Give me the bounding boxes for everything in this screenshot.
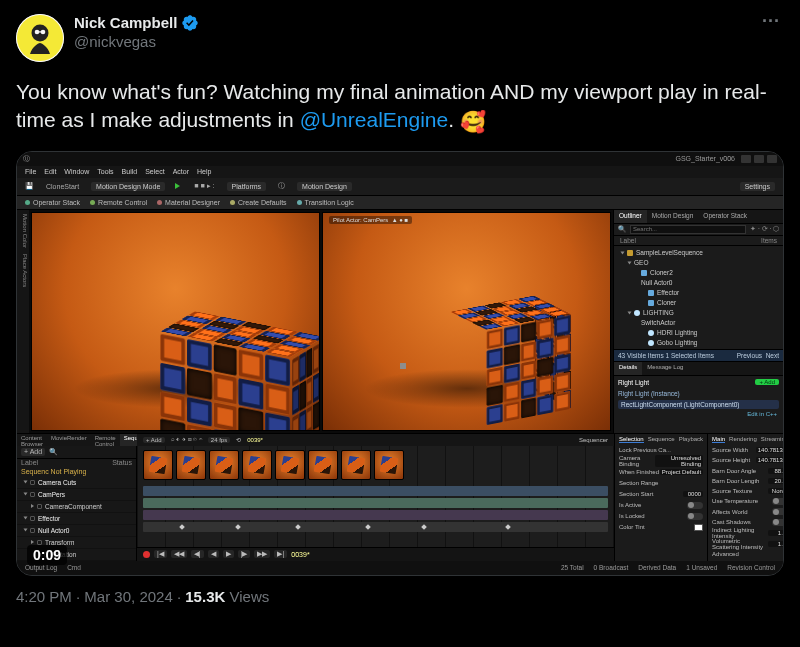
subbar-item[interactable]: Create Defaults [230, 199, 287, 206]
add-track-button[interactable]: + Add [143, 437, 165, 443]
track-row[interactable]: CamPers [17, 489, 136, 501]
property-row[interactable]: When FinishedProject Default [619, 468, 703, 477]
property-row[interactable]: Use Temperature [712, 497, 784, 505]
settings-dropdown[interactable]: Settings [740, 182, 775, 191]
track-lane[interactable] [143, 498, 608, 508]
sequence-root[interactable]: Sequenc Not Playing [17, 468, 136, 477]
views-count[interactable]: 15.3K [185, 588, 225, 605]
outliner-item[interactable]: LIGHTING [614, 308, 783, 318]
ptab[interactable]: Selection [619, 436, 644, 443]
menu-item[interactable]: Build [122, 168, 138, 175]
ptab[interactable]: Playback [679, 436, 703, 443]
outliner-item[interactable]: Null Actor0 [614, 278, 783, 288]
track-row[interactable]: Effector [17, 513, 136, 525]
step-back-button[interactable]: ◀◀ [171, 550, 187, 558]
step-fwd-button[interactable]: ▶▶ [254, 550, 270, 558]
viewport-camera[interactable]: Pilot Actor: CamPers ▲ ● ■ [322, 212, 611, 431]
tab-motion-design[interactable]: Motion Design [647, 210, 699, 223]
property-row[interactable]: Indirect Lighting Intensity1.0 [712, 528, 784, 537]
next-button[interactable]: Next [766, 352, 779, 359]
prev-button[interactable]: Previous [737, 352, 762, 359]
property-row[interactable]: Source Height140.78137 [712, 456, 784, 464]
add-track-button[interactable]: + Add [21, 448, 45, 456]
status-item[interactable]: 25 Total [561, 564, 584, 571]
dock-tab[interactable]: Motion Color [18, 214, 28, 248]
track-row[interactable]: Null Actor0 [17, 525, 136, 537]
property-row[interactable]: Is Active [619, 501, 703, 510]
minimize-button[interactable] [741, 155, 751, 163]
outliner-item[interactable]: GEO [614, 258, 783, 268]
subbar-item[interactable]: Operator Stack [25, 199, 80, 206]
subbar-item[interactable]: Transition Logic [297, 199, 354, 206]
property-row[interactable]: Section Start0000 [619, 490, 703, 499]
outliner-item[interactable]: Cloner2 [614, 268, 783, 278]
property-row[interactable]: Is Locked [619, 512, 703, 521]
property-row[interactable]: Color Tint [619, 523, 703, 532]
tab-movie-render[interactable]: MovieRender [47, 434, 91, 446]
play-back-button[interactable]: ◀ [208, 550, 219, 558]
tab-outliner[interactable]: Outliner [614, 210, 647, 223]
ptab[interactable]: Streaming [761, 436, 784, 443]
outliner-item[interactable]: SampleLevelSequence [614, 248, 783, 258]
track-lane[interactable] [143, 510, 608, 520]
dock-tab[interactable]: Place Actors [18, 254, 28, 287]
menu-item[interactable]: Edit [44, 168, 56, 175]
property-row[interactable]: Camera BindingUnresolved Binding [619, 457, 703, 466]
property-row[interactable]: Barn Door Angle88.0 [712, 466, 784, 474]
ptab[interactable]: Sequence [648, 436, 675, 443]
mode-dropdown[interactable]: Motion Design Mode [91, 182, 165, 191]
status-item[interactable]: Revision Control [727, 564, 775, 571]
property-row[interactable]: Source Width140.78137 [712, 446, 784, 454]
cmd-button[interactable]: Cmd [67, 564, 81, 571]
motion-design-button[interactable]: Motion Design [297, 182, 352, 191]
menu-item[interactable]: Select [145, 168, 164, 175]
status-item[interactable]: Derived Data [638, 564, 676, 571]
outliner-search-input[interactable] [630, 225, 746, 234]
track-lane[interactable] [143, 486, 608, 496]
more-button[interactable]: ··· [758, 14, 784, 28]
menu-item[interactable]: Help [197, 168, 211, 175]
tab-remote-control[interactable]: Remote Control [91, 434, 120, 446]
property-row[interactable]: Advanced [712, 550, 784, 558]
output-log-button[interactable]: Output Log [25, 564, 57, 571]
property-row[interactable]: Section Range [619, 479, 703, 488]
add-component-button[interactable]: + Add [755, 379, 779, 385]
media-card[interactable]: 0:09 Ⓤ GSG_Starter_v006 File Edit Window… [16, 151, 784, 576]
tab-details[interactable]: Details [614, 362, 642, 375]
outliner-item[interactable]: Effector [614, 288, 783, 298]
go-start-button[interactable]: |◀ [154, 550, 167, 558]
property-row[interactable]: Cast Shadows [712, 518, 784, 526]
ptab[interactable]: Rendering [729, 436, 757, 443]
record-button[interactable] [143, 551, 150, 558]
outliner-item[interactable]: Gobo Lighting [614, 338, 783, 348]
play-button[interactable]: ▶ [223, 550, 234, 558]
menu-item[interactable]: Window [64, 168, 89, 175]
avatar[interactable] [16, 14, 64, 62]
viewport-main[interactable] [31, 212, 320, 431]
property-row[interactable]: Source TextureNone [712, 487, 784, 495]
timeline[interactable] [137, 446, 614, 547]
fps-dropdown[interactable]: 24 fps [208, 437, 230, 443]
outliner-item[interactable]: HDRI Lighting [614, 328, 783, 338]
status-item[interactable]: 0 Broadcast [594, 564, 629, 571]
next-frame-button[interactable]: |▶ [238, 550, 251, 558]
play-icon[interactable] [175, 183, 180, 189]
ptab[interactable]: Main [712, 436, 725, 443]
track-row[interactable]: CameraComponent [17, 501, 136, 513]
outliner-item[interactable]: Cloner [614, 298, 783, 308]
property-row[interactable]: Barn Door Length20.0 [712, 477, 784, 485]
close-button[interactable] [767, 155, 777, 163]
tab-message-log[interactable]: Message Log [642, 362, 688, 375]
tab-operator-stack[interactable]: Operator Stack [698, 210, 752, 223]
mention-link[interactable]: @UnrealEngine [300, 108, 449, 131]
platforms-dropdown[interactable]: Platforms [227, 182, 267, 191]
track-row[interactable]: Camera Cuts [17, 477, 136, 489]
maximize-button[interactable] [754, 155, 764, 163]
user-handle[interactable]: @nickvegas [74, 33, 758, 52]
save-icon[interactable]: 💾 [25, 182, 34, 190]
edit-cpp-link[interactable]: Edit in C++ [618, 411, 779, 417]
tab-content-browser[interactable]: Content Browser [17, 434, 47, 446]
status-item[interactable]: 1 Unsaved [686, 564, 717, 571]
property-row[interactable]: Affects World [712, 508, 784, 516]
outliner-item[interactable]: SwitchActor [614, 318, 783, 328]
